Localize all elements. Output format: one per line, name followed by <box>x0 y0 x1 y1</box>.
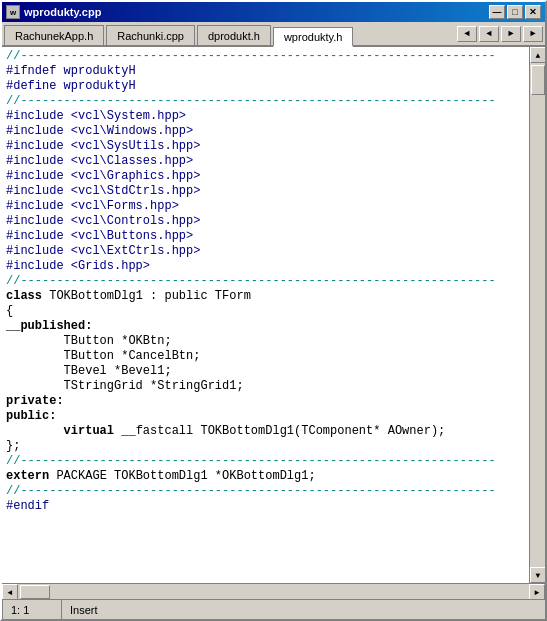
nav-back-button[interactable]: ◄ <box>457 26 477 42</box>
maximize-button[interactable]: □ <box>507 5 523 19</box>
horizontal-scrollbar[interactable]: ◄ ► <box>2 583 545 599</box>
tabs-bar: RachunekApp.h Rachunki.cpp dprodukt.h wp… <box>2 22 545 47</box>
tab-rachunekapp-label: RachunekApp.h <box>15 30 93 42</box>
title-bar: w wprodukty.cpp — □ ✕ <box>2 2 545 22</box>
scroll-track-vertical[interactable] <box>530 63 545 567</box>
code-scroll-area[interactable]: //--------------------------------------… <box>2 47 529 583</box>
cursor-position: 1: 1 <box>2 600 62 619</box>
scroll-thumb-vertical[interactable] <box>531 65 545 95</box>
tab-rachunki-label: Rachunki.cpp <box>117 30 184 42</box>
nav-forward-button[interactable]: ► <box>501 26 521 42</box>
code-area[interactable]: //--------------------------------------… <box>2 47 529 516</box>
main-window: w wprodukty.cpp — □ ✕ RachunekApp.h Rach… <box>0 0 547 621</box>
title-bar-left: w wprodukty.cpp <box>6 5 101 19</box>
tab-rachunekapp[interactable]: RachunekApp.h <box>4 25 104 45</box>
tab-wprodukty-label: wprodukty.h <box>284 31 343 43</box>
status-bar: 1: 1 Insert <box>2 599 545 619</box>
nav-buttons: ◄ ◄ ► ► <box>457 26 543 45</box>
scroll-left-button[interactable]: ◄ <box>2 584 18 599</box>
tab-dprodukt-label: dprodukt.h <box>208 30 260 42</box>
window-title: wprodukty.cpp <box>24 6 101 18</box>
scroll-track-horizontal[interactable] <box>18 584 529 599</box>
nav-back2-button[interactable]: ◄ <box>479 26 499 42</box>
editor-mode: Insert <box>62 600 545 619</box>
scroll-down-button[interactable]: ▼ <box>530 567 545 583</box>
title-buttons: — □ ✕ <box>489 5 541 19</box>
tab-dprodukt[interactable]: dprodukt.h <box>197 25 271 45</box>
tab-rachunki[interactable]: Rachunki.cpp <box>106 25 195 45</box>
tab-wprodukty[interactable]: wprodukty.h <box>273 27 354 47</box>
scroll-thumb-horizontal[interactable] <box>20 585 50 599</box>
close-button[interactable]: ✕ <box>525 5 541 19</box>
nav-forward2-button[interactable]: ► <box>523 26 543 42</box>
minimize-button[interactable]: — <box>489 5 505 19</box>
vertical-scrollbar[interactable]: ▲ ▼ <box>529 47 545 583</box>
scroll-right-button[interactable]: ► <box>529 584 545 599</box>
window-icon: w <box>6 5 20 19</box>
editor-container: //--------------------------------------… <box>2 47 545 599</box>
editor-content: //--------------------------------------… <box>2 47 545 583</box>
scroll-up-button[interactable]: ▲ <box>530 47 545 63</box>
